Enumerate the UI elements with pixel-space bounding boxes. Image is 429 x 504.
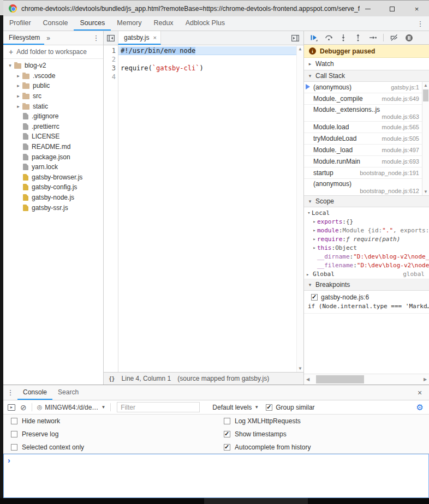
- checkbox[interactable]: [11, 431, 17, 437]
- tab-memory[interactable]: Memory: [111, 16, 147, 31]
- close-drawer-button[interactable]: ×: [415, 385, 425, 400]
- resume-button[interactable]: [309, 33, 318, 42]
- group-similar-checkbox[interactable]: [266, 404, 272, 411]
- stack-frame[interactable]: Module.loadmodule.js:565: [304, 122, 422, 133]
- setting-autocomplete-from-history[interactable]: Autocomplete from history: [224, 441, 311, 454]
- checkbox[interactable]: [224, 431, 230, 437]
- tree-item-blog-v2[interactable]: ▾blog-v2: [3, 61, 103, 71]
- pause-on-exceptions-button[interactable]: [404, 33, 413, 42]
- tab-redux[interactable]: Redux: [147, 16, 179, 31]
- main-menu-button[interactable]: ⋮: [415, 16, 426, 31]
- checkbox[interactable]: [11, 444, 17, 451]
- tree-item-gatsby-browser[interactable]: gatsby-browser.js: [3, 172, 103, 183]
- editor-tab-gatsby-js[interactable]: gatsby.js ×: [118, 31, 161, 45]
- sidebar-horizontal-scrollbar[interactable]: ◀ ▶: [304, 374, 429, 385]
- console-sidebar-toggle-icon[interactable]: ▸: [8, 404, 15, 411]
- scrollbar-thumb[interactable]: [423, 89, 428, 101]
- section-call-stack[interactable]: ▾ Call Stack: [304, 70, 429, 82]
- stack-frame[interactable]: Module._compilemodule.js:649: [304, 93, 422, 105]
- section-scope[interactable]: ▾ Scope: [304, 196, 429, 207]
- stack-frame[interactable]: startupbootstrap_node.js:191: [304, 167, 422, 179]
- stack-frame[interactable]: (anonymous)bootstrap_node.js:612: [304, 179, 422, 196]
- stack-frame[interactable]: Module.runMainmodule.js:693: [304, 156, 422, 167]
- scope-global[interactable]: ▸ Global global: [304, 269, 429, 279]
- tree-item-package-json[interactable]: package.json: [3, 152, 103, 162]
- scroll-right-icon[interactable]: ▶: [421, 374, 429, 385]
- setting-show-timestamps[interactable]: Show timestamps: [224, 428, 287, 441]
- code-area[interactable]: #!/usr/bin/env node require(`gatsby-cli`…: [118, 45, 296, 372]
- add-folder-button[interactable]: + Add folder to workspace: [3, 45, 103, 59]
- step-into-button[interactable]: [339, 33, 348, 42]
- stack-frame[interactable]: tryModuleLoadmodule.js:505: [304, 133, 422, 145]
- tree-item-static[interactable]: ▸static: [3, 101, 103, 111]
- tree-item-src[interactable]: ▸src: [3, 91, 103, 101]
- group-similar-setting[interactable]: Group similar: [266, 404, 314, 411]
- tree-item-public[interactable]: ▸public: [3, 81, 103, 91]
- step-out-button[interactable]: [354, 33, 362, 42]
- scope-prop-dirname[interactable]: __dirname: "D:\dev\blog-v2\node_mo: [304, 252, 429, 261]
- minimize-button[interactable]: [355, 1, 380, 17]
- scroll-down-icon[interactable]: ▼: [297, 365, 303, 372]
- clear-console-icon[interactable]: ⊘: [20, 404, 27, 411]
- tree-item-gatsby-node[interactable]: gatsby-node.js: [3, 193, 103, 203]
- setting-preserve-log[interactable]: Preserve log: [11, 428, 58, 441]
- scroll-up-icon[interactable]: ▲: [297, 45, 303, 52]
- tree-item-yarn-lock[interactable]: yarn.lock: [3, 162, 103, 172]
- tab-overflow-icon[interactable]: »: [44, 31, 52, 45]
- tab-filesystem[interactable]: Filesystem: [3, 31, 44, 45]
- tree-item-prettierrc[interactable]: .prettierrc: [3, 122, 103, 132]
- scope-prop-exports[interactable]: ▸exports: {}: [304, 217, 429, 226]
- maximize-button[interactable]: [380, 1, 404, 17]
- tree-item-vscode[interactable]: ▸.vscode: [3, 71, 103, 81]
- scope-prop-filename[interactable]: __filename: "D:\dev\blog-v2\node_r: [304, 261, 429, 269]
- checkbox[interactable]: [224, 418, 230, 424]
- stack-frame[interactable]: Module._extensions..jsmodule.js:663: [304, 105, 422, 122]
- breakpoint-snippet[interactable]: if (Node.internal.type === 'Markd…: [304, 302, 429, 311]
- execution-context-selector[interactable]: ◎ MINGW64:/d/de… ▼: [37, 404, 106, 411]
- scroll-up-icon[interactable]: ▲: [422, 82, 429, 89]
- setting-hide-network[interactable]: Hide network: [11, 415, 60, 428]
- drawer-tab-search[interactable]: Search: [52, 385, 84, 400]
- console-prompt-area[interactable]: ›: [3, 454, 429, 498]
- breakpoint-entry[interactable]: gatsby-node.js:6: [304, 292, 429, 302]
- tree-item-gatsby-ssr[interactable]: gatsby-ssr.js: [3, 202, 103, 213]
- filter-input[interactable]: [117, 402, 200, 412]
- scrollbar-thumb[interactable]: [316, 375, 364, 383]
- drawer-tab-console[interactable]: Console: [17, 385, 52, 400]
- tab-console[interactable]: Console: [37, 16, 74, 31]
- close-button[interactable]: ×: [404, 1, 429, 17]
- close-tab-icon[interactable]: ×: [153, 34, 156, 41]
- tab-sources[interactable]: Sources: [74, 16, 111, 31]
- call-stack-scrollbar[interactable]: ▲ ▼: [422, 82, 429, 195]
- drawer-menu-button[interactable]: ⋮: [3, 385, 17, 400]
- setting-selected-context-only[interactable]: Selected context only: [11, 441, 84, 454]
- checkbox[interactable]: [224, 444, 230, 451]
- pretty-print-icon[interactable]: {}: [109, 375, 115, 382]
- section-watch[interactable]: ▸ Watch: [304, 58, 429, 70]
- setting-log-xmlhttprequests[interactable]: Log XMLHttpRequests: [224, 415, 301, 428]
- scope-prop-require[interactable]: ▸require: ƒ require(path): [304, 235, 429, 243]
- stack-frame[interactable]: Module._loadmodule.js:497: [304, 145, 422, 156]
- scope-prop-this[interactable]: ▸this: Object: [304, 243, 429, 252]
- tree-item-readme[interactable]: README.md: [3, 142, 103, 152]
- log-levels-dropdown[interactable]: Default levels ▼: [212, 404, 259, 411]
- tab-adblock-plus[interactable]: Adblock Plus: [180, 16, 231, 31]
- show-debugger-button[interactable]: [288, 31, 302, 45]
- breakpoint-checkbox[interactable]: [311, 294, 318, 301]
- checkbox[interactable]: [11, 418, 17, 424]
- scope-local[interactable]: ▾Local: [304, 208, 429, 217]
- section-breakpoints[interactable]: ▾ Breakpoints: [304, 279, 429, 291]
- tab-profiler[interactable]: Profiler: [3, 16, 37, 31]
- scroll-left-icon[interactable]: ◀: [304, 374, 312, 385]
- console-settings-icon[interactable]: ⚙: [416, 403, 424, 412]
- step-over-button[interactable]: [324, 33, 333, 42]
- tree-item-gatsby-config[interactable]: gatsby-config.js: [3, 182, 103, 193]
- hide-navigator-button[interactable]: [104, 31, 118, 45]
- tree-item-gitignore[interactable]: .gitignore: [3, 111, 103, 122]
- scroll-down-icon[interactable]: ▼: [422, 188, 429, 195]
- step-button[interactable]: [368, 33, 377, 42]
- deactivate-breakpoints-button[interactable]: [390, 33, 398, 42]
- scope-prop-module[interactable]: ▸module: Module {id: ".", exports:: [304, 226, 429, 235]
- tree-item-license[interactable]: LICENSE: [3, 131, 103, 142]
- editor-vertical-scrollbar[interactable]: ▲ ▼: [296, 45, 303, 372]
